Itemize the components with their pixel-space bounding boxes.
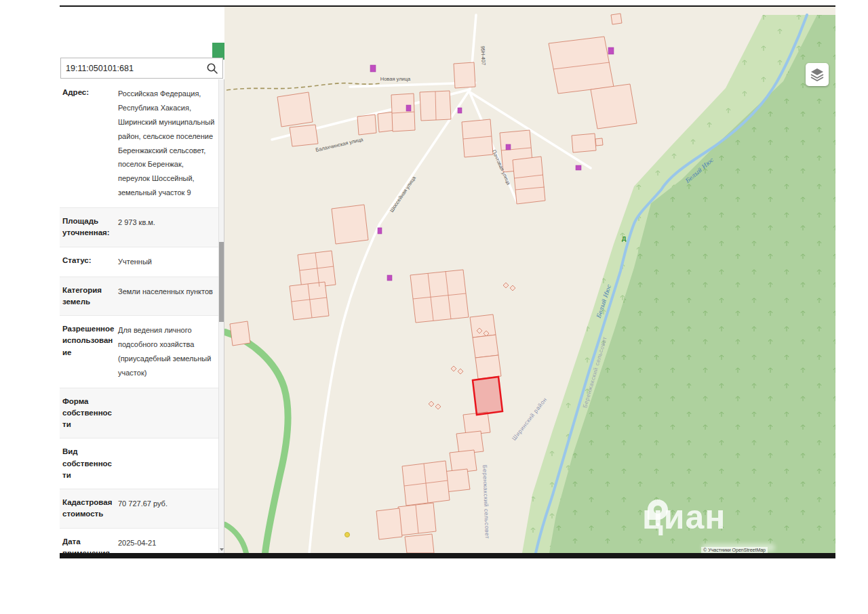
street-label-novaya: Новая улица	[380, 76, 411, 82]
info-row-label: Кадастровая стоимость	[62, 497, 118, 520]
info-row-label: Адрес:	[62, 87, 118, 200]
info-row-value: 2025-04-21	[118, 536, 217, 553]
road-ref-label: 95Н-407	[479, 45, 486, 65]
info-row-value: Для ведения личного подсобного хозяйства…	[118, 323, 217, 380]
info-row: Дата применения кадастровой 2025-04-21	[60, 529, 224, 553]
tree-symbol: д	[622, 234, 627, 242]
info-row-label: Вид собственности	[62, 446, 118, 481]
info-row: Адрес: Российская Федерация, Республика …	[60, 79, 224, 208]
info-row: Кадастровая стоимость 70 727.67 руб.	[60, 489, 224, 529]
layers-icon	[810, 67, 825, 82]
map-canvas[interactable]: д Новая улица Балахчинская улица Шоссейн…	[224, 7, 835, 553]
info-row-label: Категория земель	[62, 285, 118, 308]
scrollbar-down-arrow[interactable]	[220, 548, 224, 551]
selected-parcel[interactable]	[473, 377, 502, 415]
info-row: Категория земель Земли населенных пункто…	[60, 277, 224, 316]
info-row-value: 2 973 кв.м.	[118, 216, 217, 239]
info-row-value: 70 727.67 руб.	[118, 497, 217, 520]
info-row-value: Земли населенных пунктов	[118, 285, 217, 308]
selsovet-label: Беренжакский сельсовет	[481, 465, 491, 539]
scrollbar-thumb[interactable]	[219, 242, 224, 322]
info-row-label: Статус:	[62, 255, 118, 269]
search-icon	[206, 62, 218, 75]
info-row: Разрешенное использование Для ведения ли…	[60, 316, 224, 388]
search-bar	[60, 58, 223, 79]
search-input[interactable]	[61, 64, 202, 73]
info-row-value: Российская Федерация, Республика Хакасия…	[118, 87, 217, 200]
info-sidebar: Адрес: Российская Федерация, Республика …	[60, 7, 224, 553]
info-row-value	[118, 396, 217, 431]
info-row-label: Разрешенное использование	[62, 323, 118, 380]
forest-area	[522, 15, 835, 553]
sidebar-scrollbar[interactable]	[218, 79, 224, 553]
map-attribution: © Участники OpenStreetMap	[701, 547, 768, 553]
search-button[interactable]	[202, 58, 222, 78]
info-row-label: Дата применения кадастровой	[62, 536, 118, 553]
green-path	[225, 332, 288, 553]
info-row: Площадь уточненная: 2 973 кв.м.	[60, 208, 224, 247]
layers-button[interactable]	[806, 63, 829, 86]
map-svg: д Новая улица Балахчинская улица Шоссейн…	[224, 7, 835, 553]
viewer-window: д Новая улица Балахчинская улица Шоссейн…	[60, 5, 835, 558]
info-row-label: Площадь уточненная:	[62, 216, 118, 239]
district-label: Ширинский район	[511, 396, 549, 441]
info-row: Статус: Учтенный	[60, 247, 224, 277]
info-row: Форма собственности	[60, 388, 224, 439]
street-label-balakhchinskaya: Балахчинская улица	[315, 136, 365, 153]
info-row-value: Учтенный	[118, 255, 217, 269]
yellow-poi-dot	[345, 533, 350, 537]
info-row-value	[118, 446, 217, 481]
parcel-info-panel: Адрес: Российская Федерация, Республика …	[60, 79, 224, 553]
info-row-label: Форма собственности	[62, 396, 118, 431]
street-label-shosseynaya: Шоссейная улица	[389, 175, 418, 213]
info-row: Вид собственности	[60, 438, 224, 489]
